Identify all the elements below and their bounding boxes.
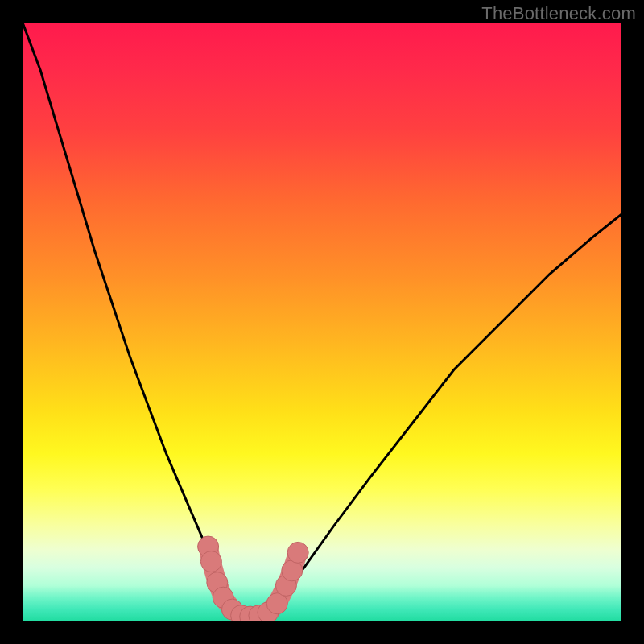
outer-frame: TheBottleneck.com (0, 0, 644, 644)
marker-cluster (198, 536, 309, 621)
data-marker (200, 551, 221, 572)
curve-layer (23, 23, 621, 621)
plot-area (23, 23, 621, 621)
watermark-text: TheBottleneck.com (481, 3, 636, 24)
bottleneck-curve (23, 23, 621, 621)
data-marker (287, 542, 308, 563)
curve-segment (250, 214, 621, 621)
curve-segment (23, 23, 250, 621)
